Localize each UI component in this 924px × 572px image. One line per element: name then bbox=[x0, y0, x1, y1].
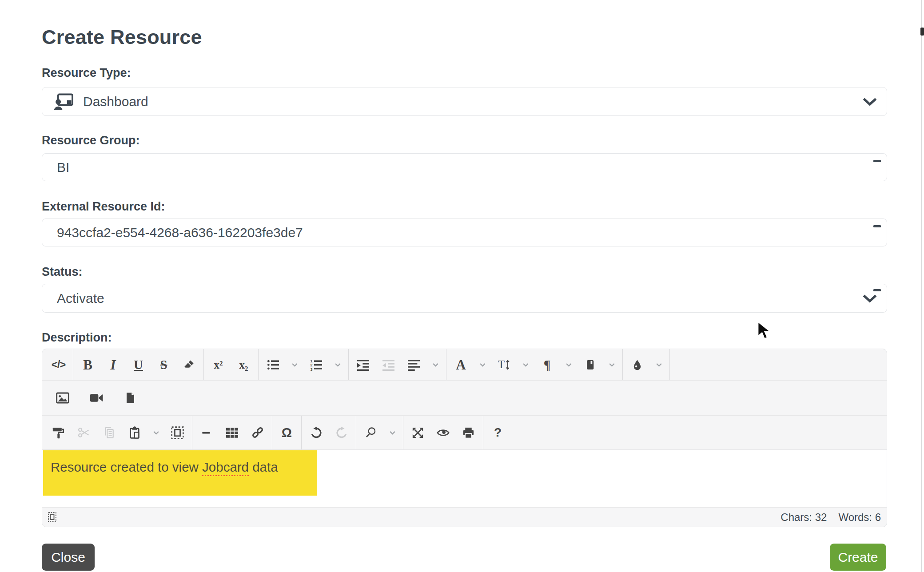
paste-button[interactable] bbox=[122, 416, 147, 449]
zoom-dropdown-chevron[interactable] bbox=[383, 416, 401, 449]
resource-group-input[interactable] bbox=[42, 154, 887, 181]
select-all-icon bbox=[171, 426, 184, 439]
superscript-button[interactable]: x² bbox=[206, 349, 231, 380]
chevron-down-icon bbox=[334, 361, 342, 369]
font-color-dropdown-chevron[interactable] bbox=[474, 349, 491, 380]
fullscreen-icon bbox=[411, 426, 424, 439]
resize-grip-icon bbox=[48, 512, 56, 522]
preview-button[interactable] bbox=[430, 416, 456, 449]
mouse-cursor bbox=[755, 321, 773, 342]
status-select[interactable]: Activate bbox=[42, 284, 887, 313]
print-button[interactable] bbox=[456, 416, 481, 449]
scrollbar-thumb[interactable] bbox=[920, 28, 924, 36]
bold-button[interactable]: B bbox=[75, 349, 100, 380]
underline-button[interactable]: U bbox=[126, 349, 151, 380]
editor-content-area[interactable]: Resource created to view Jobcard data bbox=[42, 450, 887, 508]
ordered-list-icon: 123 bbox=[310, 359, 322, 371]
special-characters-button[interactable]: Ω bbox=[274, 416, 299, 449]
insert-table-icon bbox=[226, 426, 239, 439]
select-all-button[interactable] bbox=[165, 416, 190, 449]
char-count: Chars: 32 bbox=[781, 511, 827, 524]
subscript-button[interactable]: x₂ bbox=[231, 349, 256, 380]
resource-type-select[interactable]: Dashboard bbox=[42, 87, 887, 116]
copy-icon bbox=[103, 426, 116, 439]
toolbar-separator bbox=[73, 349, 73, 380]
paragraph-style-button[interactable] bbox=[578, 349, 603, 380]
chevron-down-icon bbox=[152, 429, 160, 437]
editor-toolbar-row-3: Ω? bbox=[42, 416, 887, 450]
insert-file-icon bbox=[124, 391, 136, 405]
toolbar-separator bbox=[203, 349, 204, 380]
paragraph-format-dropdown-chevron[interactable] bbox=[560, 349, 578, 380]
italic-icon: I bbox=[110, 358, 116, 372]
code-view-button[interactable]: </> bbox=[46, 349, 71, 380]
unordered-list-button[interactable] bbox=[260, 349, 286, 380]
editor-toolbar-row-2 bbox=[42, 381, 887, 416]
resource-type-value: Dashboard bbox=[83, 94, 148, 109]
paragraph-format-icon: ¶ bbox=[544, 358, 551, 371]
ordered-list-button[interactable]: 123 bbox=[303, 349, 329, 380]
insert-video-icon bbox=[90, 391, 103, 405]
clear-formatting-button[interactable] bbox=[176, 349, 202, 380]
insert-table-button[interactable] bbox=[219, 416, 245, 449]
field-edge-dash bbox=[873, 289, 881, 291]
font-color-icon: A bbox=[456, 358, 466, 372]
italic-button[interactable]: I bbox=[100, 349, 126, 380]
indent-button[interactable] bbox=[350, 349, 376, 380]
indent-icon bbox=[357, 359, 369, 371]
editor-toolbar-row-1: </>BIUSx²x₂123AT¶ bbox=[42, 349, 887, 381]
horizontal-line-button[interactable] bbox=[194, 416, 219, 449]
resource-type-label: Resource Type: bbox=[42, 66, 131, 80]
align-icon bbox=[408, 359, 420, 371]
print-icon bbox=[462, 426, 475, 439]
help-icon: ? bbox=[494, 426, 502, 439]
format-painter-button[interactable] bbox=[46, 416, 71, 449]
external-resource-id-input[interactable] bbox=[42, 219, 887, 246]
insert-image-icon bbox=[56, 391, 69, 405]
close-button[interactable]: Close bbox=[42, 544, 95, 571]
svg-text:2: 2 bbox=[311, 363, 313, 367]
align-button[interactable] bbox=[401, 349, 426, 380]
help-button[interactable]: ? bbox=[485, 416, 510, 449]
editor-text: Resource created to view Jobcard data bbox=[51, 460, 278, 475]
dashboard-icon bbox=[54, 93, 73, 110]
toolbar-separator bbox=[622, 349, 623, 380]
subscript-icon: x₂ bbox=[239, 359, 248, 370]
status-value: Activate bbox=[42, 291, 104, 306]
undo-button[interactable] bbox=[303, 416, 329, 449]
chevron-down-icon bbox=[479, 361, 486, 369]
paragraph-format-button[interactable]: ¶ bbox=[534, 349, 560, 380]
chevron-down-icon bbox=[522, 361, 530, 369]
svg-text:T: T bbox=[498, 359, 505, 370]
chevron-down-icon bbox=[291, 361, 299, 369]
colors-button[interactable] bbox=[625, 349, 650, 380]
editor-status-bar: Chars: 32 Words: 6 bbox=[42, 508, 887, 527]
paragraph-style-dropdown-chevron[interactable] bbox=[603, 349, 621, 380]
align-dropdown-chevron[interactable] bbox=[426, 349, 444, 380]
colors-dropdown-chevron[interactable] bbox=[650, 349, 668, 380]
insert-file-button[interactable] bbox=[113, 381, 147, 415]
toolbar-separator bbox=[272, 416, 272, 449]
strikethrough-button[interactable]: S bbox=[151, 349, 176, 380]
resource-group-label: Resource Group: bbox=[42, 134, 140, 147]
toolbar-separator bbox=[446, 349, 446, 380]
font-size-button[interactable]: T bbox=[491, 349, 517, 380]
paste-dropdown-chevron[interactable] bbox=[147, 416, 165, 449]
font-color-button[interactable]: A bbox=[448, 349, 474, 380]
colors-icon bbox=[632, 359, 643, 371]
undo-icon bbox=[310, 426, 323, 439]
ordered-list-dropdown-chevron[interactable] bbox=[329, 349, 346, 380]
unordered-list-dropdown-chevron[interactable] bbox=[286, 349, 303, 380]
zoom-button[interactable] bbox=[358, 416, 383, 449]
create-button[interactable]: Create bbox=[830, 544, 886, 571]
insert-video-button[interactable] bbox=[80, 381, 113, 415]
toolbar-separator bbox=[403, 416, 403, 449]
insert-link-button[interactable] bbox=[245, 416, 270, 449]
fullscreen-button[interactable] bbox=[405, 416, 430, 449]
insert-image-button[interactable] bbox=[46, 381, 80, 415]
font-size-dropdown-chevron[interactable] bbox=[517, 349, 534, 380]
unordered-list-icon bbox=[267, 359, 279, 371]
chevron-down-icon bbox=[862, 294, 878, 303]
underline-icon: U bbox=[134, 358, 143, 371]
chevron-down-icon bbox=[655, 361, 663, 369]
